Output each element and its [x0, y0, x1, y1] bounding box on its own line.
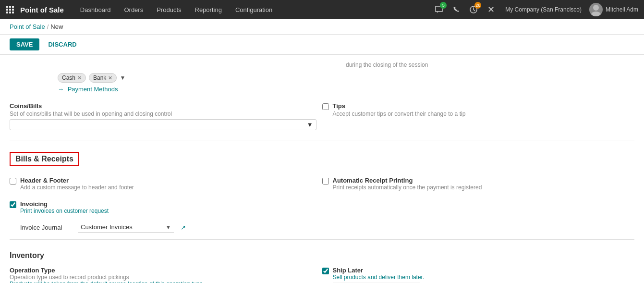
svg-point-10 — [593, 5, 599, 11]
tag-bank-label: Bank — [93, 74, 106, 81]
ship-later-desc: Sell products and deliver them later. — [333, 274, 427, 281]
nav-products[interactable]: Products — [152, 6, 186, 13]
svg-point-11 — [591, 12, 601, 16]
header-footer-row: Header & Footer Add a custom message to … — [10, 172, 634, 196]
action-bar: SAVE DISCARD — [0, 35, 644, 55]
breadcrumb-parent[interactable]: Point of Sale — [10, 23, 45, 30]
ship-later-checkbox[interactable] — [322, 268, 329, 274]
tag-cash-remove[interactable]: ✕ — [77, 75, 82, 81]
svg-rect-0 — [6, 6, 8, 8]
chat-badge: 5 — [440, 2, 447, 9]
inventory-section: Inventory Operation Type Operation type … — [10, 244, 634, 283]
operation-type-desc2: Products will be taken from the default … — [10, 281, 322, 283]
session-note: during the closing of the session — [10, 60, 634, 70]
payment-tags-container: Cash ✕ Bank ✕ ▼ — [10, 70, 634, 85]
ship-later-text: Ship Later Sell products and deliver the… — [333, 267, 427, 283]
auto-receipt-desc: Print receipts automatically once the pa… — [333, 184, 482, 191]
payment-methods-arrow: → — [58, 86, 64, 93]
nav-configuration[interactable]: Configuration — [231, 6, 277, 13]
ship-later-label: Ship Later — [333, 267, 427, 274]
tag-cash[interactable]: Cash ✕ — [58, 73, 86, 83]
auto-receipt-checkbox[interactable] — [322, 178, 329, 185]
operation-type-desc1-text: Operation type used to record product pi… — [10, 274, 129, 281]
operation-type-desc1: Operation type used to record product pi… — [10, 274, 322, 281]
top-navigation: Point of Sale Dashboard Orders Products … — [0, 0, 644, 19]
invoicing-checkbox[interactable] — [10, 201, 16, 208]
chat-icon[interactable]: 5 — [432, 3, 446, 16]
bills-receipts-header: Bills & Receipts — [10, 152, 79, 166]
coins-bills-field: Coins/Bills Set of coins/bills that will… — [10, 98, 322, 134]
tag-bank-remove[interactable]: ✕ — [108, 75, 112, 81]
header-footer-desc: Add a custom message to header and foote… — [20, 184, 134, 191]
payment-section: during the closing of the session Cash ✕… — [10, 55, 634, 136]
svg-rect-6 — [6, 12, 8, 13]
tag-bank[interactable]: Bank ✕ — [89, 73, 117, 83]
breadcrumb-separator: / — [47, 23, 49, 30]
auto-receipt-field: Automatic Receipt Printing Print receipt… — [322, 175, 635, 193]
inventory-header: Inventory — [10, 244, 634, 264]
discard-button[interactable]: DISCARD — [43, 38, 81, 50]
tips-text: Tips Accept customer tips or convert the… — [333, 102, 466, 117]
activity-icon[interactable]: 26 — [467, 3, 480, 16]
user-name: Mitchell Adm — [606, 6, 638, 13]
nav-reporting[interactable]: Reporting — [190, 6, 227, 13]
coins-bills-dropdown[interactable]: ▼ — [10, 119, 316, 130]
header-footer-text: Header & Footer Add a custom message to … — [20, 177, 134, 191]
tips-label: Tips — [333, 102, 466, 110]
invoicing-field: Invoicing Print invoices on customer req… — [10, 198, 322, 216]
ship-later-desc-link: Sell products and deliver them later. — [333, 274, 425, 281]
svg-rect-7 — [9, 12, 11, 13]
breadcrumb-current: New — [50, 23, 63, 30]
phone-icon[interactable] — [450, 3, 463, 16]
payment-methods-link[interactable]: → Payment Methods — [10, 85, 634, 97]
breadcrumb: Point of Sale / New — [0, 19, 644, 35]
tips-desc: Accept customer tips or convert their ch… — [333, 111, 466, 117]
session-note-text: during the closing of the session — [10, 62, 634, 68]
svg-rect-8 — [12, 12, 14, 13]
invoice-journal-external-link[interactable]: ↗ — [181, 224, 186, 231]
ship-later-container: Ship Later Sell products and deliver the… — [322, 267, 635, 283]
user-menu[interactable]: Mitchell Adm — [589, 3, 638, 16]
header-footer-checkbox[interactable] — [10, 178, 16, 185]
tips-field: Tips Accept customer tips or convert the… — [322, 98, 635, 134]
close-icon[interactable]: ✕ — [484, 3, 498, 16]
company-name: My Company (San Francisco) — [505, 6, 582, 13]
header-footer-field: Header & Footer Add a custom message to … — [10, 175, 322, 193]
payment-methods-text: Payment Methods — [68, 86, 118, 93]
app-name: Point of Sale — [20, 6, 64, 14]
invoicing-row: Invoicing Print invoices on customer req… — [10, 196, 634, 219]
invoice-journal-label: Invoice Journal — [20, 224, 73, 231]
auto-receipt-text: Automatic Receipt Printing Print receipt… — [333, 177, 482, 191]
inventory-fields-row: Operation Type Operation type used to re… — [10, 264, 634, 283]
invoicing-desc: Print invoices on customer request — [20, 208, 109, 214]
invoicing-desc-link[interactable]: Print invoices on customer request — [20, 208, 109, 214]
activity-badge: 26 — [474, 2, 481, 9]
tips-checkbox[interactable] — [322, 103, 329, 110]
nav-icons: 5 26 ✕ My Company (San Francisco) Mitche… — [432, 3, 638, 16]
operation-type-field: Operation Type Operation type used to re… — [10, 264, 322, 283]
bills-receipts-section: Bills & Receipts Header & Footer Add a c… — [10, 144, 634, 235]
user-avatar — [589, 3, 603, 16]
nav-dashboard[interactable]: Dashboard — [75, 6, 116, 13]
invoicing-label: Invoicing — [20, 200, 109, 208]
invoice-journal-dropdown-arrow: ▼ — [166, 224, 171, 230]
invoice-journal-row: Invoice Journal Customer Invoices ▼ ↗ — [10, 219, 634, 235]
coins-bills-label: Coins/Bills — [10, 102, 316, 110]
invoice-journal-value: Customer Invoices — [81, 223, 164, 231]
svg-rect-1 — [9, 6, 11, 8]
invoicing-text: Invoicing Print invoices on customer req… — [20, 200, 109, 214]
payment-tag-dropdown[interactable]: ▼ — [120, 74, 125, 81]
ship-later-field: Ship Later Sell products and deliver the… — [322, 264, 635, 283]
svg-rect-5 — [12, 9, 14, 11]
svg-rect-4 — [9, 9, 11, 11]
nav-orders[interactable]: Orders — [119, 6, 148, 13]
save-button[interactable]: SAVE — [10, 38, 39, 50]
coins-bills-desc: Set of coins/bills that will be used in … — [10, 111, 316, 117]
coins-dropdown-arrow: ▼ — [307, 121, 313, 128]
svg-rect-3 — [6, 9, 8, 11]
invoice-journal-select[interactable]: Customer Invoices ▼ — [78, 222, 174, 233]
operation-type-desc2-link: Products will be taken from the default … — [10, 281, 203, 283]
coins-tips-row: Coins/Bills Set of coins/bills that will… — [10, 97, 634, 136]
tag-cash-label: Cash — [62, 74, 75, 81]
grid-menu-icon[interactable] — [6, 5, 14, 14]
